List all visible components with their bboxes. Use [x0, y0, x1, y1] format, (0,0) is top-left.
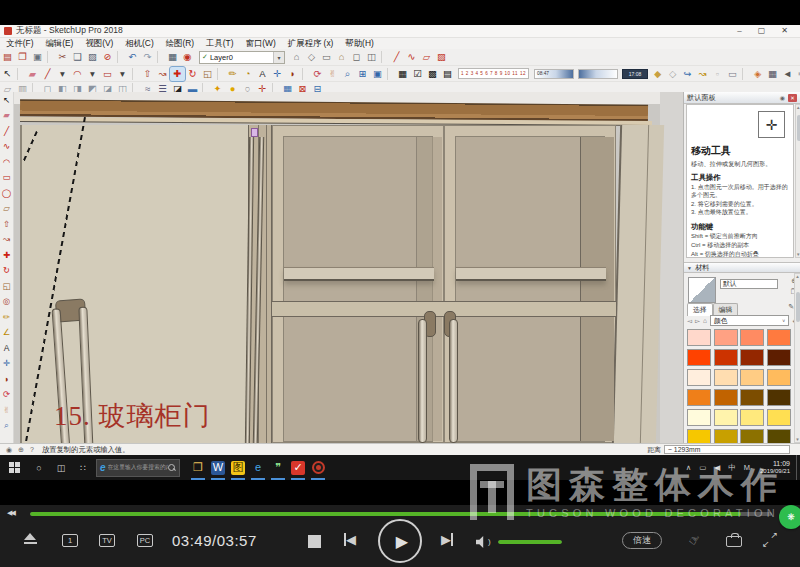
toolbar-icon[interactable] [217, 68, 223, 80]
shadow-time-slider[interactable]: 08:47 [534, 69, 574, 79]
zoom-extents-tool[interactable]: ▣ [370, 67, 385, 81]
rail-polygon-tool[interactable]: ▱ [0, 201, 13, 217]
select-tool[interactable]: ↖ [0, 67, 15, 81]
stop-button[interactable] [308, 535, 321, 548]
color-swatch[interactable] [767, 409, 791, 426]
color-swatch[interactable] [740, 429, 764, 443]
print-icon[interactable]: ▦ [165, 50, 180, 64]
color-swatch[interactable] [740, 369, 764, 386]
color-swatch[interactable] [687, 429, 711, 443]
layers-table-icon[interactable]: ▦ [395, 67, 410, 81]
path-icon[interactable]: ↝ [695, 67, 710, 81]
top-view-icon[interactable]: ▭ [319, 50, 334, 64]
rail-scale-tool[interactable]: ◱ [0, 278, 13, 294]
menu-item[interactable]: 窗口(W) [240, 38, 282, 49]
line-tool[interactable]: ╱ [40, 67, 55, 81]
rail-offset-tool[interactable]: ◎ [0, 294, 13, 310]
menu-item[interactable]: 视图(V) [79, 38, 119, 49]
float-help-button[interactable]: ❋ [779, 505, 800, 529]
rail-line-tool[interactable]: ╱ [0, 123, 13, 139]
app-grid-icon[interactable]: ∷ [72, 463, 94, 473]
toolbar-icon[interactable] [47, 51, 53, 63]
pc-mode-button[interactable]: PC [137, 534, 153, 547]
toolbar-icon[interactable] [742, 68, 748, 80]
minimize-button[interactable]: – [737, 27, 741, 35]
followme-tool[interactable]: ↝ [155, 67, 170, 81]
color-swatch[interactable] [714, 429, 738, 443]
previous-button[interactable]: ◀ [344, 533, 356, 546]
toolbar-icon[interactable] [117, 51, 123, 63]
scrollbar-thumb[interactable] [797, 115, 800, 141]
color-swatch[interactable] [714, 329, 738, 346]
zoom-window-tool[interactable]: ⊞ [355, 67, 370, 81]
toolbar-icon[interactable] [17, 68, 23, 80]
paste-icon[interactable]: ▨ [85, 50, 100, 64]
volume-slider[interactable] [498, 540, 562, 544]
back-view-icon[interactable]: ◻ [349, 50, 364, 64]
chevron-down-icon[interactable]: ▾ [273, 52, 284, 63]
speed-button[interactable]: 倍速 [622, 532, 662, 549]
speaker-icon[interactable]: ◄ [780, 67, 795, 81]
gesture-icon[interactable]: ☝ [686, 531, 701, 548]
menu-item[interactable]: 工具(T) [200, 38, 239, 49]
arc-tool[interactable]: ◠ [70, 67, 85, 81]
taskbar-search[interactable]: e 在这里输入你要搜索的内容 [96, 459, 180, 477]
model-info-icon[interactable]: ◉ [180, 50, 195, 64]
toolbar-icon[interactable] [132, 68, 138, 80]
menu-item[interactable]: 编辑(E) [39, 38, 79, 49]
file-explorer-icon[interactable]: ❒ [188, 455, 208, 480]
toolbox-button[interactable] [726, 536, 742, 547]
rail-freehand-tool[interactable]: ∿ [0, 139, 13, 155]
volume-button[interactable]: ) [476, 536, 489, 548]
material-name-field[interactable]: 默认 [720, 279, 778, 289]
menu-item[interactable]: 文件(F) [0, 38, 39, 49]
bf-icon[interactable]: ▩ [425, 67, 440, 81]
arrow-down-icon[interactable]: ▾ [55, 67, 70, 81]
layer-dropdown[interactable]: ✓ Layer0 ▾ [199, 51, 285, 64]
color-swatch[interactable] [767, 389, 791, 406]
task-view-icon[interactable]: ◫ [50, 463, 72, 473]
color-swatch[interactable] [767, 429, 791, 443]
playlist-button[interactable]: 1 [62, 534, 78, 547]
front-view-icon[interactable]: ⌂ [289, 50, 304, 64]
tray-icon[interactable]: ▭ [699, 463, 706, 472]
pan-tool[interactable]: ✌ [325, 67, 340, 81]
rail-rotate-tool[interactable]: ↻ [0, 263, 13, 279]
color-swatch[interactable] [687, 389, 711, 406]
play-button[interactable]: ▶ [378, 519, 422, 563]
toolbar-icon[interactable] [387, 68, 393, 80]
save-icon[interactable]: ▣ [30, 50, 45, 64]
menu-item[interactable]: 帮助(H) [339, 38, 379, 49]
color-swatch[interactable] [740, 389, 764, 406]
color-swatch[interactable] [714, 349, 738, 366]
model-viewport[interactable]: 15. 玻璃柜门 [14, 92, 683, 443]
rail-tape-tool[interactable]: ✏ [0, 309, 13, 325]
scale-tool[interactable]: ◱ [200, 67, 215, 81]
pin-icon[interactable]: ◉ [780, 94, 785, 101]
eraser-tool[interactable]: ▰ [25, 67, 40, 81]
wechat-icon[interactable]: ❞ [268, 455, 288, 480]
curve-style-icon[interactable]: ∿ [404, 50, 419, 64]
status-icon[interactable]: ◉ [6, 446, 12, 454]
cut-icon[interactable]: ✂ [55, 50, 70, 64]
rail-circle-tool[interactable]: ◯ [0, 185, 13, 201]
wf-icon[interactable]: ▤ [440, 67, 455, 81]
menu-item[interactable]: 扩展程序 (x) [282, 38, 340, 49]
rail-orbit-tool[interactable]: ⟳ [0, 387, 13, 403]
home-icon[interactable]: ⌂ [703, 317, 707, 324]
measurement-box[interactable]: ~ 1293mm [664, 445, 790, 454]
rail-eraser-tool[interactable]: ▰ [0, 108, 13, 124]
menu-item[interactable]: 相机(C) [119, 38, 159, 49]
skip-back-icon[interactable]: ◀◀ [7, 509, 14, 517]
rail-paint-tool[interactable]: ◗ [0, 371, 13, 387]
blank-icon[interactable]: ▫ [710, 67, 725, 81]
show-desktop-button[interactable] [796, 455, 800, 480]
rail-axes-tool[interactable]: ✛ [0, 356, 13, 372]
menu-item[interactable]: 绘图(R) [160, 38, 200, 49]
rect-tool[interactable]: ▭ [100, 67, 115, 81]
recorder-app-icon[interactable]: ✓ [288, 455, 308, 480]
tray-icon[interactable]: ∧ [686, 463, 692, 472]
tv-cast-button[interactable]: TV [99, 534, 115, 547]
color-swatch[interactable] [687, 349, 711, 366]
rail-arc-tool[interactable]: ◠ [0, 154, 13, 170]
